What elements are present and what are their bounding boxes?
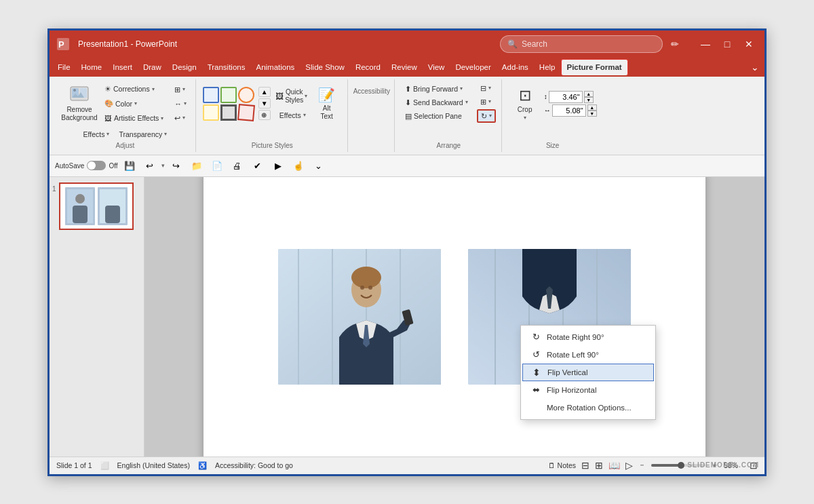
width-down[interactable]: ▼: [587, 111, 597, 117]
accessibility-icon: ♿: [198, 461, 207, 470]
color-button[interactable]: 🎨 Color ▾: [101, 97, 167, 110]
reading-view-icon[interactable]: 📖: [608, 460, 620, 471]
undo-arrow: ▾: [161, 162, 165, 169]
menu-file[interactable]: File: [52, 59, 76, 75]
search-input[interactable]: [522, 39, 655, 49]
height-input[interactable]: [549, 91, 583, 103]
height-up[interactable]: ▲: [584, 91, 594, 97]
minimize-button[interactable]: —: [695, 35, 716, 53]
ribbon-collapse-button[interactable]: ⌄: [751, 62, 762, 73]
style-swatch-1[interactable]: [203, 87, 219, 103]
arrange-label: Arrange: [437, 142, 461, 149]
height-down[interactable]: ▼: [584, 97, 594, 103]
group-button[interactable]: ⊞ ▾: [477, 96, 496, 108]
menu-addins[interactable]: Add-ins: [497, 59, 534, 75]
arrange-col2: ⊟ ▾ ⊞ ▾ ↻ ▾: [477, 82, 496, 123]
touch-button[interactable]: ☝: [290, 157, 307, 174]
compress-arrow: ▾: [182, 86, 185, 92]
effects-button[interactable]: Effects ▾: [80, 128, 113, 140]
style-swatch-3[interactable]: [238, 87, 254, 103]
artistic-effects-button[interactable]: 🖼 Artistic Effects ▾: [101, 112, 167, 124]
styles-down[interactable]: ▼: [258, 98, 271, 109]
ribbon: RemoveBackground ☀ Corrections ▾ 🎨 Color…: [50, 77, 764, 155]
style-swatch-6[interactable]: [237, 103, 255, 121]
flip-horizontal-icon: ⬌: [530, 385, 541, 395]
menu-animations[interactable]: Animations: [250, 59, 300, 75]
present-online-button[interactable]: ▶: [269, 157, 287, 174]
autosave-track[interactable]: [87, 161, 106, 170]
corrections-button[interactable]: ☀ Corrections ▾: [101, 83, 167, 95]
close-button[interactable]: ✕: [739, 35, 759, 53]
send-backward-arrow: ▾: [465, 99, 468, 105]
open-button[interactable]: 📁: [188, 157, 206, 174]
menu-home[interactable]: Home: [76, 59, 108, 75]
photo-normal[interactable]: [278, 249, 441, 385]
presenter-view-icon[interactable]: ▷: [625, 460, 633, 471]
align-button[interactable]: ⊟ ▾: [477, 82, 496, 94]
save-button[interactable]: 💾: [121, 157, 138, 174]
rotate-right-label: Rotate Right 90°: [547, 333, 604, 341]
maximize-button[interactable]: □: [717, 35, 737, 53]
rotate-left-item[interactable]: ↺ Rotate Left 90°: [521, 346, 655, 364]
reset-picture-icon: ↩: [174, 114, 180, 122]
menu-picture-format[interactable]: Picture Format: [561, 59, 628, 75]
reset-picture-button[interactable]: ↩ ▾: [171, 112, 190, 124]
transparency-button[interactable]: Transparency ▾: [115, 128, 170, 140]
ribbon-group-picture-styles: ▲ ▼ ⊕ 🖼 QuickStyles ▾ Effects ▾: [197, 79, 348, 152]
crop-button[interactable]: ⊡ Crop ▾: [509, 82, 541, 125]
menu-insert[interactable]: Insert: [107, 59, 138, 75]
more-rotation-item[interactable]: More Rotation Options...: [521, 399, 655, 416]
menu-draw[interactable]: Draw: [138, 59, 167, 75]
spell-check-button[interactable]: ✔: [249, 157, 267, 174]
menu-view[interactable]: View: [423, 59, 450, 75]
rotate-button[interactable]: ↻ ▾: [477, 109, 496, 123]
style-swatch-5[interactable]: [220, 104, 237, 121]
menu-developer[interactable]: Developer: [450, 59, 496, 75]
flip-horizontal-item[interactable]: ⬌ Flip Horizontal: [521, 381, 655, 399]
rotate-icon: ↻: [481, 112, 487, 120]
slide-sorter-icon[interactable]: ⊞: [595, 460, 603, 471]
print-button[interactable]: 🖨: [229, 157, 246, 174]
alt-text-button[interactable]: 📝 AltText: [312, 82, 342, 125]
style-swatch-2[interactable]: [220, 87, 237, 103]
menu-record[interactable]: Record: [350, 59, 386, 75]
menu-transitions[interactable]: Transitions: [202, 59, 251, 75]
undo-button[interactable]: ↩: [141, 157, 159, 174]
menu-slideshow[interactable]: Slide Show: [300, 59, 350, 75]
flip-vertical-item[interactable]: ⬍ Flip Vertical: [522, 364, 654, 381]
width-input[interactable]: [552, 104, 586, 117]
effects-styles-button[interactable]: Effects ▾: [276, 109, 309, 121]
new-button[interactable]: 📄: [208, 157, 226, 174]
height-spinners: ▲ ▼: [584, 91, 594, 103]
compress-button[interactable]: ⊞ ▾: [171, 83, 190, 96]
remove-background-icon: [69, 85, 90, 104]
flip-vertical-label: Flip Vertical: [547, 368, 587, 376]
search-box[interactable]: 🔍: [500, 35, 663, 53]
width-up[interactable]: ▲: [587, 104, 597, 111]
menu-design[interactable]: Design: [167, 59, 202, 75]
arrange-col1: ⬆ Bring Forward ▾ ⬇ Send Backward ▾ ▤ Se…: [402, 83, 471, 122]
autosave-label: AutoSave: [55, 162, 84, 170]
styles-more[interactable]: ⊕: [258, 110, 271, 120]
zoom-out-icon[interactable]: －: [638, 461, 646, 470]
notes-button[interactable]: 🗒 Notes: [548, 461, 576, 469]
more-toolbar-button[interactable]: ⌄: [310, 157, 328, 174]
corrections-icon: ☀: [104, 85, 111, 93]
bring-forward-button[interactable]: ⬆ Bring Forward ▾: [402, 83, 471, 95]
menu-review[interactable]: Review: [386, 59, 423, 75]
style-swatch-4[interactable]: [203, 104, 219, 121]
size-inputs: ↕ ▲ ▼ ↔ ▲ ▼: [544, 91, 597, 117]
change-picture-button[interactable]: ↔ ▾: [171, 98, 190, 110]
rotate-right-item[interactable]: ↻ Rotate Right 90°: [521, 328, 655, 346]
selection-pane-button[interactable]: ▤ Selection Pane: [402, 110, 471, 122]
remove-background-button[interactable]: RemoveBackground: [60, 82, 98, 125]
slide-count: Slide 1 of 1: [56, 461, 92, 469]
redo-button[interactable]: ↪: [168, 157, 185, 174]
send-backward-button[interactable]: ⬇ Send Backward ▾: [402, 96, 471, 109]
menu-help[interactable]: Help: [534, 59, 561, 75]
quick-styles-button[interactable]: 🖼 QuickStyles ▾: [276, 86, 307, 106]
normal-view-icon[interactable]: ⊟: [581, 460, 589, 471]
slide-thumbnail-1[interactable]: [59, 182, 134, 230]
arrange-row1: ⬆ Bring Forward ▾ ⬇ Send Backward ▾ ▤ Se…: [402, 82, 496, 123]
styles-up[interactable]: ▲: [258, 87, 271, 97]
